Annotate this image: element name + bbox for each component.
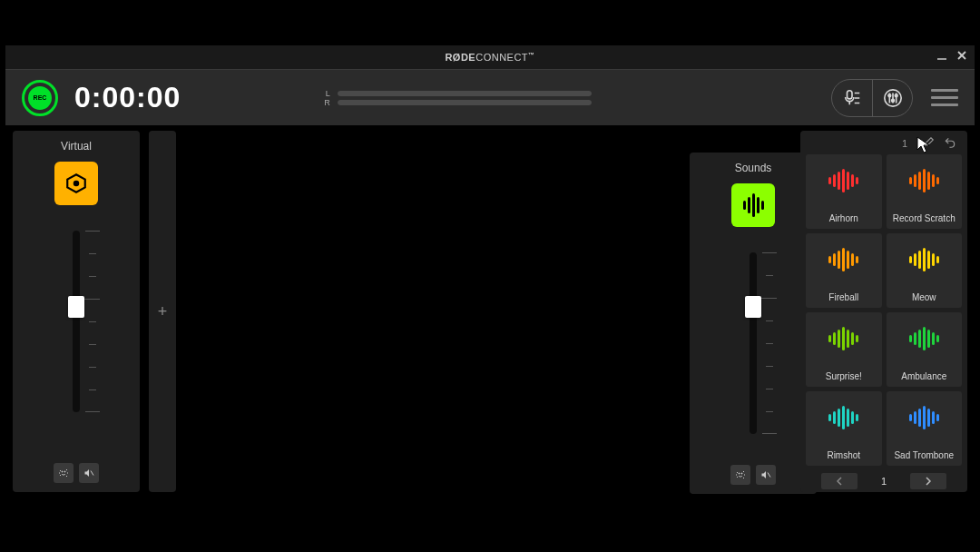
meter-label-left: L <box>324 89 330 98</box>
sound-pad[interactable]: Sad Trombone <box>887 391 963 466</box>
sound-pad-label: Sad Trombone <box>894 450 954 460</box>
brand-name: RØDE <box>445 52 475 63</box>
undo-icon[interactable] <box>944 136 956 151</box>
record-label: REC <box>28 86 52 110</box>
sound-pad[interactable]: Surprise! <box>806 312 882 387</box>
svg-point-10 <box>887 94 890 96</box>
sound-pad[interactable]: Ambulance <box>887 312 963 387</box>
wave-icon <box>828 248 858 271</box>
meter-label-right: R <box>324 98 330 107</box>
sound-bank-next-button[interactable] <box>910 473 946 489</box>
sound-pad-label: Surprise! <box>826 371 862 381</box>
window-titlebar: RØDECONNECT™ <box>5 45 975 69</box>
sound-pad[interactable]: Rimshot <box>806 391 882 466</box>
sounds-fader-knob[interactable] <box>745 296 761 318</box>
wave-icon <box>909 169 939 192</box>
sound-pad-label: Meow <box>912 292 936 302</box>
sound-pad-label: Record Scratch <box>893 213 956 223</box>
wave-icon <box>909 248 939 271</box>
svg-point-18 <box>64 471 65 472</box>
sound-pad[interactable]: Record Scratch <box>887 154 963 229</box>
svg-point-16 <box>74 182 78 185</box>
app-title: RØDECONNECT™ <box>445 52 534 63</box>
virtual-channel-icon[interactable] <box>54 162 98 205</box>
wave-icon <box>909 327 939 350</box>
svg-line-19 <box>91 471 93 476</box>
svg-point-12 <box>891 99 894 102</box>
sound-bank-number: 1 <box>902 138 907 149</box>
sound-pads-panel: 1 AirhornRecord ScratchFireballMeowSurpr… <box>800 131 967 492</box>
plus-icon: + <box>158 302 168 321</box>
trademark: ™ <box>528 52 535 58</box>
svg-point-20 <box>739 473 740 474</box>
wave-icon <box>743 193 764 217</box>
sounds-channel-icon[interactable] <box>731 183 775 227</box>
product-name: CONNECT <box>475 52 528 63</box>
mic-list-button[interactable] <box>832 80 872 116</box>
sound-pad-label: Fireball <box>828 292 858 302</box>
virtual-fader[interactable] <box>49 231 103 463</box>
sound-pad-label: Ambulance <box>901 371 946 381</box>
sound-bank-prev-button[interactable] <box>821 473 858 489</box>
channel-virtual: Virtual <box>13 131 140 492</box>
master-level-meters <box>338 91 592 105</box>
header-bar: REC 0:00:00 L R <box>5 69 975 125</box>
wave-icon <box>909 406 939 429</box>
sound-pad[interactable]: Airhorn <box>806 154 882 229</box>
sounds-solo-button[interactable] <box>730 465 750 485</box>
add-channel-button[interactable]: + <box>149 131 176 492</box>
virtual-solo-button[interactable] <box>54 463 74 483</box>
svg-point-17 <box>62 471 63 472</box>
record-button[interactable]: REC <box>22 80 58 116</box>
recording-timer: 0:00:00 <box>74 81 181 114</box>
sound-bank-page: 1 <box>881 476 887 487</box>
svg-point-14 <box>895 94 897 96</box>
channel-sounds: Sounds <box>690 153 817 494</box>
svg-point-21 <box>741 473 742 474</box>
meter-right <box>338 100 592 105</box>
channel-sounds-label: Sounds <box>735 162 772 174</box>
sound-pad-label: Rimshot <box>827 450 860 460</box>
window-minimize-button[interactable] <box>933 47 951 64</box>
wave-icon <box>828 169 858 192</box>
sound-pad-label: Airhorn <box>829 213 858 223</box>
sounds-fader[interactable] <box>726 252 780 465</box>
svg-line-22 <box>768 473 770 478</box>
virtual-fader-knob[interactable] <box>68 296 84 318</box>
sound-pad[interactable]: Meow <box>887 233 963 308</box>
meter-left <box>338 91 592 96</box>
sound-pad[interactable]: Fireball <box>806 233 882 308</box>
window-close-button[interactable] <box>953 47 971 64</box>
channel-virtual-label: Virtual <box>61 140 92 153</box>
virtual-mute-button[interactable] <box>79 463 99 483</box>
svg-rect-3 <box>848 90 853 98</box>
sounds-mute-button[interactable] <box>756 465 776 485</box>
mixer-settings-button[interactable] <box>872 80 912 116</box>
wave-icon <box>828 327 858 350</box>
mouse-cursor-icon <box>916 136 931 154</box>
wave-icon <box>828 406 858 429</box>
menu-button[interactable] <box>931 84 958 112</box>
